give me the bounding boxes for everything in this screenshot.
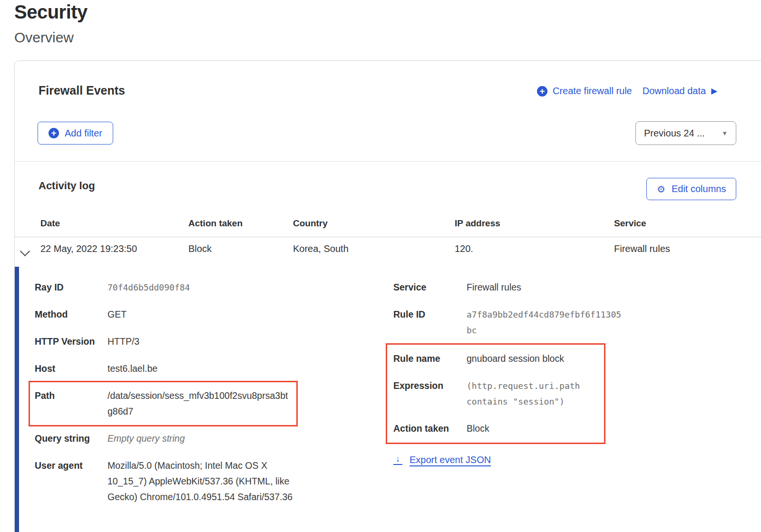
detail-value: Mozilla/5.0 (Macintosh; Intel Mac OS X 1… — [107, 458, 298, 505]
detail-host: Host test6.lael.be — [35, 361, 301, 377]
edit-columns-label: Edit columns — [672, 184, 726, 194]
rule-highlight-box: Rule name gnuboard session block Express… — [386, 343, 605, 444]
detail-rule-id: Rule ID a7f8a9bb2edf44cd879efbf6f11305bc — [393, 307, 622, 338]
table-header-row: Date Action taken Country IP address Ser… — [15, 218, 761, 232]
activity-log-title: Activity log — [39, 180, 95, 192]
detail-expression: Expression (http.request.uri.path contai… — [393, 378, 598, 409]
download-data-label: Download data — [643, 86, 706, 97]
detail-action-taken: Action taken Block — [393, 421, 598, 436]
download-data-link[interactable]: Download data ▶ — [643, 86, 718, 97]
detail-value: GET — [107, 307, 298, 322]
create-firewall-rule-label: Create firewall rule — [553, 86, 632, 97]
detail-value: a7f8a9bb2edf44cd879efbf6f11305bc — [467, 307, 622, 338]
detail-label: Query string — [35, 431, 107, 446]
detail-ray-id: Ray ID 70f4d6b5dd090f84 — [35, 280, 301, 295]
detail-query-string: Query string Empty query string — [35, 431, 301, 446]
detail-label: Rule ID — [393, 307, 467, 338]
page-title: Security — [14, 0, 88, 24]
detail-user-agent: User agent Mozilla/5.0 (Macintosh; Intel… — [35, 458, 301, 505]
detail-label: Host — [35, 361, 107, 377]
table-row[interactable]: 22 May, 2022 19:23:50 Block Korea, South… — [15, 243, 761, 264]
create-firewall-rule-link[interactable]: + Create firewall rule — [537, 86, 632, 97]
table-header-divider — [15, 237, 761, 237]
time-range-select[interactable]: Previous 24 ... ▼ — [635, 121, 736, 145]
detail-value: (http.request.uri.path contains "session… — [467, 378, 598, 409]
row-country: Korea, South — [293, 243, 349, 254]
chevron-down-icon[interactable] — [20, 246, 30, 256]
detail-value: Firewall rules — [467, 280, 622, 295]
detail-value: HTTP/3 — [107, 334, 298, 349]
column-header-date: Date — [40, 218, 60, 229]
detail-value: Empty query string — [107, 431, 298, 446]
row-date: 22 May, 2022 19:23:50 — [40, 243, 137, 254]
detail-label: Expression — [393, 378, 467, 409]
detail-value: /data/session/sess_mfv3b100f2svu8prsa3bt… — [107, 388, 292, 419]
path-highlight-box: Path /data/session/sess_mfv3b100f2svu8pr… — [29, 381, 298, 426]
firewall-events-title: Firewall Events — [39, 84, 125, 97]
detail-label: Path — [35, 388, 107, 419]
add-filter-button[interactable]: + Add filter — [38, 122, 113, 145]
column-header-action-taken: Action taken — [188, 218, 243, 229]
detail-service: Service Firewall rules — [393, 280, 622, 295]
detail-value: gnuboard session block — [467, 351, 598, 367]
row-service: Firewall rules — [614, 243, 670, 254]
detail-label: Service — [393, 280, 467, 295]
column-header-service: Service — [614, 218, 646, 229]
detail-method: Method GET — [35, 307, 301, 322]
gear-icon: ⚙ — [657, 184, 665, 194]
event-details-right: Service Firewall rules Rule ID a7f8a9bb2… — [393, 280, 622, 465]
time-range-value: Previous 24 ... — [644, 128, 705, 139]
page-subtitle: Overview — [14, 29, 74, 47]
play-triangle-icon: ▶ — [711, 87, 717, 96]
edit-columns-button[interactable]: ⚙ Edit columns — [646, 178, 736, 200]
section-divider — [15, 161, 761, 162]
detail-label: Method — [35, 307, 107, 322]
header-actions: + Create firewall rule Download data ▶ — [537, 86, 717, 97]
event-details-left: Ray ID 70f4d6b5dd090f84 Method GET HTTP … — [35, 280, 301, 516]
row-ip-address: 120. — [455, 243, 473, 254]
detail-rule-name: Rule name gnuboard session block — [393, 351, 598, 367]
expanded-row-accent-bar — [15, 267, 19, 532]
column-header-country: Country — [293, 218, 328, 229]
chevron-down-icon: ▼ — [722, 130, 728, 137]
plus-icon: + — [537, 86, 547, 97]
detail-label: Ray ID — [35, 280, 107, 295]
detail-value: test6.lael.be — [107, 361, 298, 377]
add-filter-label: Add filter — [65, 128, 102, 139]
plus-icon: + — [49, 128, 59, 138]
row-action-taken: Block — [188, 243, 212, 254]
detail-value: Block — [467, 421, 598, 436]
detail-http-version: HTTP Version HTTP/3 — [35, 334, 301, 349]
detail-label: HTTP Version — [35, 334, 107, 349]
export-event-json-label: Export event JSON — [410, 455, 491, 465]
export-event-json-link[interactable]: ↓ Export event JSON — [393, 455, 622, 465]
detail-path: Path /data/session/sess_mfv3b100f2svu8pr… — [35, 388, 292, 419]
column-header-ip-address: IP address — [455, 218, 500, 229]
download-icon: ↓ — [393, 455, 402, 465]
detail-value: 70f4d6b5dd090f84 — [107, 280, 298, 295]
detail-label: User agent — [35, 458, 107, 505]
detail-label: Rule name — [393, 351, 467, 367]
firewall-events-card: Firewall Events + Create firewall rule D… — [14, 60, 761, 532]
detail-label: Action taken — [393, 421, 467, 436]
